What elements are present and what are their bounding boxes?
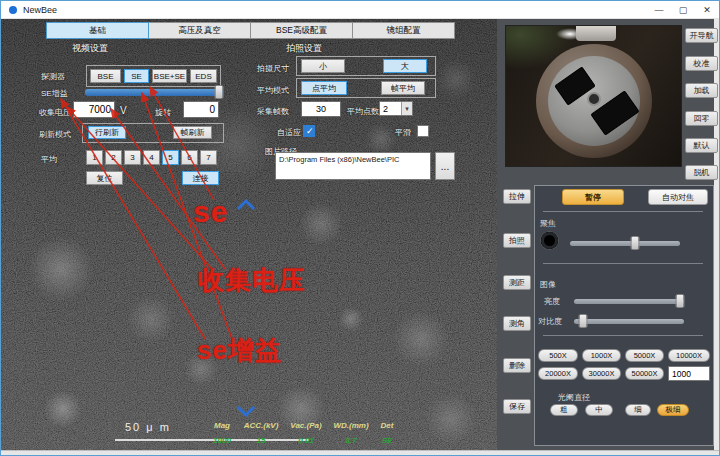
mag-20000x-button[interactable]: 20000X [538, 367, 578, 380]
readout-headers: Mag ACC.(kV) Vac.(Pa) WD.(mm) Det [206, 421, 400, 430]
aperture-coarse-button[interactable]: 粗 [550, 404, 578, 416]
open-navigation-button[interactable]: 开导航 [685, 28, 718, 43]
scale-bar-label: 50 μ m [125, 421, 171, 433]
measure-angle-button[interactable]: 测角 [503, 316, 531, 331]
contrast-slider[interactable] [574, 319, 684, 324]
load-button[interactable]: 加载 [685, 83, 718, 98]
image-section-label: 图像 [540, 279, 556, 290]
sem-image: 基础 高压及真空 BSE高级配置 镜组配置 视频设置 探测器 BSE SE BS… [1, 19, 497, 450]
autofocus-button[interactable]: 自动对焦 [648, 189, 708, 205]
divider [543, 211, 703, 212]
minimize-button[interactable]: — [647, 1, 671, 18]
focus-slider[interactable] [570, 241, 680, 246]
title-bar: NewBee — ▢ ✕ [1, 1, 719, 19]
divider [543, 263, 703, 264]
mag-1000x-button[interactable]: 1000X [582, 349, 621, 362]
readout-value-mag: 1000 [206, 436, 238, 445]
readout-header-det: Det [374, 421, 400, 430]
save-button[interactable]: 保存 [503, 399, 531, 414]
readout-header-wd: WD.(mm) [328, 421, 374, 430]
control-panel: 暂停 自动对焦 聚焦 图像 亮度 对比度 500X 1000X 5000X 10… [534, 185, 714, 446]
chevron-up-icon[interactable] [231, 197, 263, 213]
readout-value-acc: 15 [238, 436, 284, 445]
mag-5000x-button[interactable]: 5000X [625, 349, 664, 362]
mag-10000x-button[interactable]: 10000X [668, 349, 710, 362]
mag-30000x-button[interactable]: 30000X [582, 367, 621, 380]
window-title: NewBee [23, 5, 57, 15]
readout-value-vac: 0.01 [284, 436, 328, 445]
annotation-se: se [193, 195, 228, 229]
tab-basic[interactable]: 基础 [46, 22, 149, 39]
chamber-camera-view [505, 25, 682, 167]
measure-distance-button[interactable]: 测距 [503, 275, 531, 290]
stretch-button[interactable]: 拉伸 [503, 189, 531, 204]
aperture-extra-fine-button[interactable]: 极细 [657, 404, 689, 416]
chevron-down-icon-bottom[interactable] [231, 403, 263, 419]
window-controls: — ▢ ✕ [647, 1, 719, 18]
readout-header-acc: ACC.(kV) [238, 421, 284, 430]
focus-label: 聚焦 [540, 218, 556, 229]
aperture-label: 光阑直径 [558, 392, 590, 403]
home-zero-button[interactable]: 回零 [685, 111, 718, 126]
app-icon [9, 6, 17, 14]
readout-values: 1000 15 0.01 8.7 SE [206, 436, 400, 445]
brightness-slider[interactable] [574, 299, 684, 304]
camera-clamp [576, 26, 616, 41]
mag-500x-button[interactable]: 500X [538, 349, 578, 362]
readout-value-wd: 8.7 [328, 436, 374, 445]
aperture-fine-button[interactable]: 细 [625, 404, 651, 416]
annotation-collect-voltage: 收集电压 [198, 263, 306, 298]
pause-button[interactable]: 暂停 [562, 189, 624, 205]
divider [543, 335, 703, 336]
default-button[interactable]: 默认 [685, 138, 718, 153]
mag-input[interactable]: 1000 [668, 366, 710, 381]
contrast-label: 对比度 [538, 316, 562, 327]
app-window: NewBee — ▢ ✕ 基础 高压及真空 BSE高级配置 镜组配置 视频设置 … [0, 0, 720, 456]
focus-slider-thumb[interactable] [630, 236, 639, 250]
stage-screw [587, 92, 601, 106]
close-button[interactable]: ✕ [695, 1, 719, 18]
readout-header-vac: Vac.(Pa) [284, 421, 328, 430]
contrast-slider-thumb[interactable] [578, 314, 587, 328]
mag-50000x-button[interactable]: 50000X [625, 367, 664, 380]
focus-knob-icon[interactable] [541, 232, 558, 249]
delete-button[interactable]: 删除 [503, 358, 531, 373]
readout-header-mag: Mag [206, 421, 238, 430]
maximize-button[interactable]: ▢ [671, 1, 695, 18]
snapshot-button[interactable]: 拍照 [503, 233, 531, 248]
annotation-arrows [1, 19, 497, 450]
window-bottom-strip [1, 450, 719, 456]
offline-button[interactable]: 脱机 [685, 165, 718, 180]
readout-value-det: SE [374, 436, 400, 445]
annotation-se-gain: se增益 [197, 333, 282, 368]
right-zone: 开导航 校准 加载 回零 默认 脱机 拉伸 拍照 测距 测角 删除 保存 暂停 … [497, 19, 719, 450]
brightness-slider-thumb[interactable] [675, 294, 684, 308]
aperture-medium-button[interactable]: 中 [585, 404, 613, 416]
calibrate-button[interactable]: 校准 [685, 56, 718, 71]
brightness-label: 亮度 [544, 296, 560, 307]
